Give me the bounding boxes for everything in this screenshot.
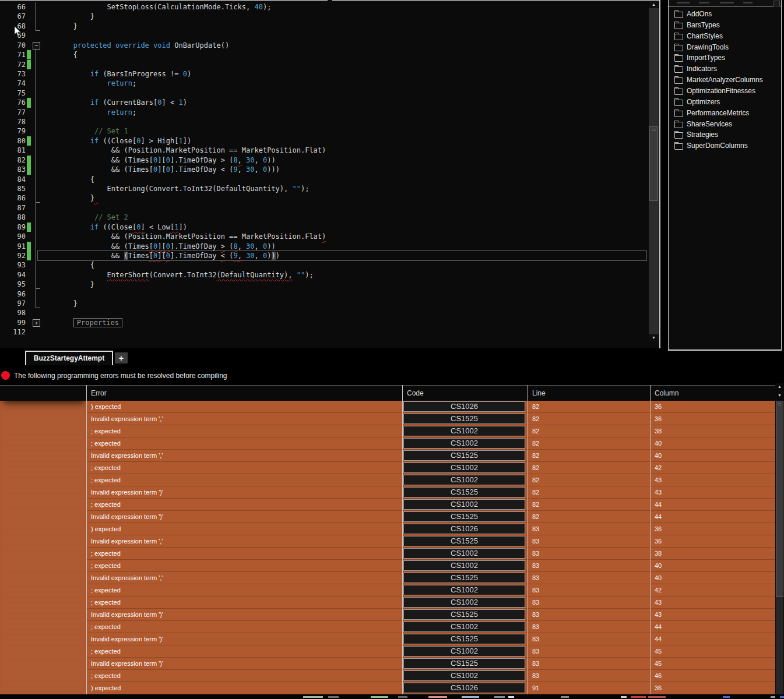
code-line-80[interactable]: 80 if ((Close[0] > High[1]): [0, 136, 648, 146]
line-number[interactable]: 77: [0, 108, 26, 117]
table-row[interactable]: ) expectedCS10268236: [86, 401, 775, 413]
line-number[interactable]: 99: [0, 318, 26, 327]
code-line-82[interactable]: 82 && (Times[0][0].TimeOfDay > (8, 30, 0…: [0, 156, 648, 165]
code-line-84[interactable]: 84 {: [0, 175, 648, 185]
code-line-90[interactable]: 90 && (Position.MarketPosition == Market…: [0, 232, 648, 242]
error-code-badge[interactable]: CS1002: [403, 475, 525, 485]
line-number[interactable]: 94: [0, 270, 26, 280]
code-line-79[interactable]: 79 // Set 1: [0, 126, 648, 136]
code-line-87[interactable]: 87: [0, 203, 648, 213]
column-header-error[interactable]: Error: [86, 386, 406, 401]
line-number[interactable]: 85: [0, 184, 26, 193]
error-code-badge[interactable]: CS1525: [403, 511, 525, 522]
table-row[interactable]: Invalid expression term ','CS15258236: [86, 413, 775, 425]
code-line-76[interactable]: 76 if (CurrentBars[0] < 1): [0, 98, 648, 108]
code-line-68[interactable]: 68 }: [0, 22, 648, 31]
column-header-line[interactable]: Line: [528, 386, 653, 401]
line-number[interactable]: 66: [0, 2, 26, 12]
fold-expand-box[interactable]: +: [33, 319, 40, 327]
code-line-66[interactable]: 66 SetStopLoss(CalculationMode.Ticks, 40…: [0, 2, 648, 12]
error-code-badge[interactable]: CS1525: [403, 414, 525, 424]
code-line-72[interactable]: 72: [0, 60, 648, 70]
line-number[interactable]: 79: [0, 126, 26, 136]
sidebar-item-optimizationfitnesses[interactable]: OptimizationFitnesses: [674, 86, 779, 97]
error-code-badge[interactable]: CS1525: [403, 536, 525, 546]
code-line-83[interactable]: 83 && (Times[0][0].TimeOfDay < (9, 30, 0…: [0, 165, 648, 175]
table-row[interactable]: ; expectedCS10028342: [86, 584, 775, 596]
error-code-badge[interactable]: CS1525: [403, 573, 525, 583]
code-line-97[interactable]: 97 }: [0, 299, 648, 309]
error-code-badge[interactable]: CS1026: [403, 401, 525, 412]
line-number[interactable]: 80: [0, 136, 26, 146]
line-number[interactable]: 91: [0, 242, 26, 251]
sidebar-item-superdomcolumns[interactable]: SuperDomColumns: [674, 140, 779, 151]
error-code-badge[interactable]: CS1026: [403, 524, 525, 534]
error-code-badge[interactable]: CS1525: [403, 609, 525, 620]
scroll-up-icon[interactable]: ▲: [776, 383, 783, 391]
code-line-67[interactable]: 67 }: [0, 12, 648, 22]
line-number[interactable]: 96: [0, 290, 26, 299]
table-row[interactable]: Invalid expression term ')'CS15258343: [86, 609, 775, 621]
line-number[interactable]: 89: [0, 223, 26, 232]
sidebar-item-shareservices[interactable]: ShareServices: [674, 119, 779, 130]
table-scrollbar-thumb[interactable]: [776, 401, 783, 597]
error-code-badge[interactable]: CS1002: [403, 670, 525, 681]
table-row[interactable]: ; expectedCS10028242: [86, 462, 775, 474]
table-row[interactable]: ; expectedCS10028344: [86, 621, 775, 633]
table-row[interactable]: ) expectedCS10268336: [86, 523, 775, 535]
line-number[interactable]: 72: [0, 60, 26, 69]
sidebar-item-barstypes[interactable]: BarsTypes: [674, 20, 779, 31]
table-row[interactable]: Invalid expression term ','CS15258240: [86, 450, 775, 462]
error-code-badge[interactable]: CS1002: [403, 560, 525, 571]
line-number[interactable]: 82: [0, 156, 26, 165]
scroll-up-icon[interactable]: ▲: [649, 1, 659, 8]
code-line-96[interactable]: 96: [0, 290, 648, 299]
error-code-badge[interactable]: CS1525: [403, 634, 525, 644]
error-code-badge[interactable]: CS1002: [403, 499, 525, 510]
sidebar-item-strategies[interactable]: Strategies: [674, 129, 779, 140]
table-row[interactable]: ) expectedCS10269136: [86, 682, 775, 694]
table-row[interactable]: ; expectedCS10028346: [86, 670, 775, 682]
code-line-74[interactable]: 74 return;: [0, 79, 648, 89]
code-line-89[interactable]: 89 if ((Close[0] < Low[1]): [0, 223, 648, 232]
error-code-badge[interactable]: CS1525: [403, 487, 525, 497]
new-tab-button[interactable]: +: [115, 352, 128, 363]
sidebar-item-drawingtools[interactable]: DrawingTools: [674, 42, 779, 53]
line-number[interactable]: 97: [0, 299, 26, 308]
line-number[interactable]: 90: [0, 232, 26, 241]
error-code-badge[interactable]: CS1525: [403, 450, 525, 461]
sidebar-item-chartstyles[interactable]: ChartStyles: [674, 31, 779, 42]
line-number[interactable]: 69: [0, 31, 26, 40]
error-code-badge[interactable]: CS1002: [403, 646, 525, 656]
error-code-badge[interactable]: CS1002: [403, 438, 525, 449]
collapsed-region-properties[interactable]: Properties: [73, 318, 122, 327]
error-code-badge[interactable]: CS1002: [403, 585, 525, 595]
code-line-86[interactable]: 86 }: [0, 193, 648, 203]
table-row[interactable]: Invalid expression term ')'CS15258344: [86, 633, 775, 645]
line-number[interactable]: 88: [0, 213, 26, 222]
code-editor-panel[interactable]: 66 SetStopLoss(CalculationMode.Ticks, 40…: [0, 0, 660, 348]
code-line-78[interactable]: 78: [0, 117, 648, 127]
line-number[interactable]: 81: [0, 146, 26, 155]
line-number[interactable]: 75: [0, 89, 26, 98]
line-number[interactable]: 112: [0, 327, 26, 337]
line-number[interactable]: 86: [0, 193, 26, 203]
code-line-92[interactable]: 92 && (Times[0][0].TimeOfDay < (9, 30, 0…: [0, 251, 648, 261]
sidebar-item-optimizers[interactable]: Optimizers: [674, 97, 779, 108]
line-number[interactable]: 71: [0, 50, 26, 59]
line-number[interactable]: 67: [0, 12, 26, 21]
line-number[interactable]: 92: [0, 251, 26, 260]
column-header-column[interactable]: Column: [650, 386, 779, 401]
code-line-94[interactable]: 94 EnterShort(Convert.ToInt32(DefaultQua…: [0, 270, 648, 280]
line-number[interactable]: 95: [0, 280, 26, 289]
code-line-98[interactable]: 98: [0, 308, 648, 318]
error-code-badge[interactable]: CS1002: [403, 548, 525, 559]
table-row[interactable]: ; expectedCS10028238: [86, 425, 775, 437]
table-row[interactable]: Invalid expression term ','CS15258336: [86, 535, 775, 548]
line-number[interactable]: 83: [0, 165, 26, 174]
table-row[interactable]: ; expectedCS10028343: [86, 596, 775, 609]
tab-buzzstartegyattempt[interactable]: BuzzStartegyAttempt: [25, 351, 113, 365]
table-row[interactable]: Invalid expression term ')'CS15258244: [86, 511, 775, 523]
line-number[interactable]: 76: [0, 98, 26, 107]
sidebar-item-marketanalyzercolumns[interactable]: MarketAnalyzerColumns: [674, 75, 779, 86]
